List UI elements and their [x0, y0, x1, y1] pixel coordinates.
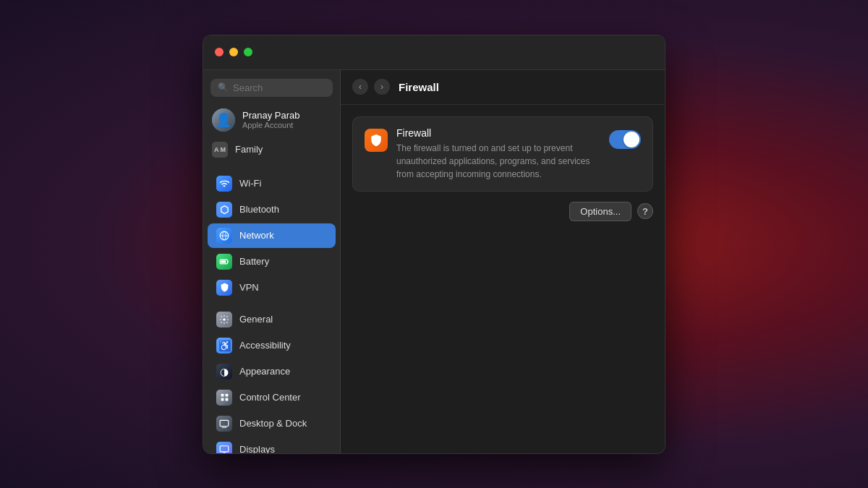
user-subtitle: Apple Account	[242, 121, 300, 129]
sidebar-item-appearance[interactable]: ◑ Appearance	[208, 359, 336, 384]
svg-rect-7	[221, 394, 224, 397]
svg-rect-11	[220, 420, 229, 426]
family-label: Family	[235, 144, 263, 155]
general-label: General	[239, 314, 273, 325]
options-row: Options... ?	[352, 202, 653, 221]
firewall-title: Firewall	[396, 127, 600, 139]
wifi-label: Wi-Fi	[239, 178, 261, 189]
network-icon	[216, 228, 232, 244]
sidebar-item-family[interactable]: A M Family	[203, 137, 340, 162]
close-button[interactable]	[215, 48, 224, 56]
toggle-knob	[624, 132, 639, 147]
search-input[interactable]	[233, 82, 326, 93]
sidebar-item-displays[interactable]: Displays	[208, 437, 336, 453]
titlebar	[203, 35, 665, 70]
minimize-button[interactable]	[229, 48, 238, 56]
svg-rect-12	[222, 427, 227, 427]
maximize-button[interactable]	[244, 48, 252, 56]
system-settings-window: 🔍 Pranay Parab Apple Account A M Family	[203, 35, 665, 454]
accessibility-label: Accessibility	[239, 340, 291, 351]
content-area: ‹ › Firewall Firewall The firewall is tu…	[341, 70, 665, 453]
displays-label: Displays	[239, 444, 275, 453]
user-info: Pranay Parab Apple Account	[242, 110, 300, 129]
sidebar-item-control-center[interactable]: Control Center	[208, 385, 336, 410]
vpn-icon	[216, 280, 232, 296]
user-section[interactable]: Pranay Parab Apple Account	[203, 103, 340, 137]
sidebar-item-bluetooth[interactable]: ⬡ Bluetooth	[208, 197, 336, 222]
svg-rect-9	[221, 398, 224, 401]
battery-label: Battery	[239, 256, 269, 267]
firewall-toggle[interactable]	[609, 130, 641, 149]
firewall-text-block: Firewall The firewall is turned on and s…	[396, 127, 600, 181]
help-button[interactable]: ?	[637, 203, 653, 219]
sidebar-item-wifi[interactable]: Wi-Fi	[208, 171, 336, 196]
traffic-lights	[215, 48, 252, 56]
accessibility-icon: ♿	[216, 338, 232, 354]
control-center-label: Control Center	[239, 392, 301, 403]
sidebar-item-general[interactable]: General	[208, 307, 336, 332]
back-button[interactable]: ‹	[352, 79, 368, 95]
firewall-description: The firewall is turned on and set up to …	[396, 142, 600, 181]
general-icon	[216, 312, 232, 328]
sidebar-item-battery[interactable]: Battery	[208, 249, 336, 274]
search-bar[interactable]: 🔍	[210, 79, 333, 97]
avatar	[212, 108, 235, 132]
bluetooth-icon: ⬡	[216, 202, 232, 218]
desktop-dock-icon	[216, 416, 232, 432]
content-body: Firewall The firewall is turned on and s…	[341, 105, 665, 453]
avatar-image	[212, 108, 235, 132]
sidebar: 🔍 Pranay Parab Apple Account A M Family	[203, 70, 341, 453]
wifi-icon	[216, 176, 232, 192]
firewall-icon	[365, 129, 388, 152]
appearance-icon: ◑	[216, 364, 232, 380]
network-label: Network	[239, 230, 274, 241]
sidebar-item-network[interactable]: Network	[208, 223, 336, 248]
svg-rect-13	[220, 445, 229, 451]
svg-rect-5	[221, 260, 226, 263]
bluetooth-label: Bluetooth	[239, 204, 279, 215]
svg-rect-10	[225, 398, 228, 401]
sidebar-item-vpn[interactable]: VPN	[208, 275, 336, 300]
options-button[interactable]: Options...	[569, 202, 631, 221]
forward-button[interactable]: ›	[374, 79, 390, 95]
desktop-dock-label: Desktop & Dock	[239, 418, 307, 429]
content-header: ‹ › Firewall	[341, 70, 665, 105]
svg-point-6	[223, 318, 226, 321]
control-center-icon	[216, 390, 232, 406]
svg-rect-8	[225, 394, 228, 397]
sidebar-item-accessibility[interactable]: ♿ Accessibility	[208, 333, 336, 358]
firewall-card: Firewall The firewall is turned on and s…	[352, 116, 653, 192]
appearance-label: Appearance	[239, 366, 290, 377]
sidebar-item-desktop-dock[interactable]: Desktop & Dock	[208, 411, 336, 436]
displays-icon	[216, 442, 232, 453]
main-area: 🔍 Pranay Parab Apple Account A M Family	[203, 70, 665, 453]
battery-icon	[216, 254, 232, 270]
family-icon: A M	[212, 142, 228, 158]
user-name: Pranay Parab	[242, 110, 300, 121]
search-icon: 🔍	[218, 82, 229, 93]
page-title: Firewall	[399, 81, 439, 93]
vpn-label: VPN	[239, 282, 259, 293]
svg-rect-4	[228, 260, 229, 262]
